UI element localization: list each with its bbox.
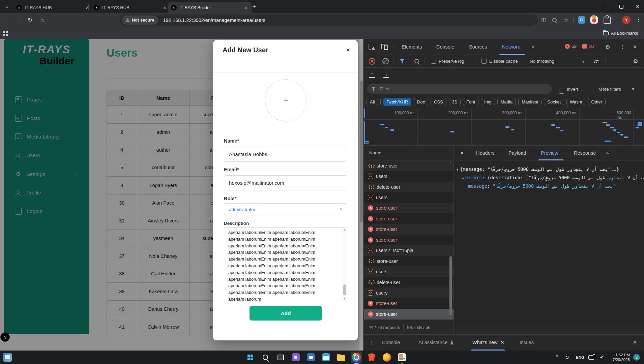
scroll-up-icon[interactable]: ▲ bbox=[343, 229, 346, 231]
modal-close-icon[interactable]: ✕ bbox=[346, 47, 350, 53]
chevron-down-icon[interactable]: ▾ bbox=[582, 55, 585, 67]
scrollbar-thumb[interactable] bbox=[343, 284, 346, 295]
email-field[interactable]: hoxosip@mailinator.com bbox=[224, 175, 347, 190]
devtools-menu-icon[interactable]: ⋮ bbox=[620, 39, 625, 55]
textarea-scrollbar[interactable]: ▲ ▼ bbox=[342, 228, 347, 301]
request-row[interactable]: {;}store-user bbox=[364, 160, 453, 171]
request-row[interactable]: {;}delete-user bbox=[364, 182, 453, 192]
request-row-failed[interactable]: ✕store-user bbox=[364, 235, 453, 245]
taskbar-corner-app-icon[interactable] bbox=[3, 353, 12, 362]
chip-manifest[interactable]: Manifest bbox=[518, 98, 541, 106]
address-bar[interactable]: ⚠ Not secure 192.168.1.22:3002/en/manage… bbox=[120, 14, 538, 26]
drawer-tab-ai-assistance[interactable]: AI assistance bbox=[418, 335, 453, 350]
tab-3-active[interactable]: ▲ IT-RAYS Builder ✕ bbox=[168, 2, 252, 13]
more-filters-dropdown[interactable]: More filters bbox=[598, 83, 621, 95]
expand-triangle-icon[interactable]: ▼ bbox=[457, 168, 458, 172]
reload-icon[interactable]: ↻ bbox=[25, 13, 35, 27]
calendar-app-icon[interactable] bbox=[321, 352, 331, 362]
chip-img[interactable]: Img bbox=[481, 98, 495, 106]
tray-chevron-icon[interactable]: ^ bbox=[556, 351, 558, 364]
request-row-failed[interactable]: ✕store-user bbox=[364, 224, 453, 235]
network-settings-icon[interactable]: ⚙ bbox=[632, 55, 639, 67]
json-errors-line[interactable]: ▶errors: {description: ["يجب أن لا يتجاو… bbox=[462, 175, 644, 180]
chip-css[interactable]: CSS bbox=[431, 98, 446, 106]
role-clear-icon[interactable]: ✕ bbox=[340, 207, 343, 212]
chip-js[interactable]: JS bbox=[449, 98, 461, 106]
not-secure-chip[interactable]: ⚠ Not secure bbox=[122, 16, 158, 25]
extension-blocker-icon[interactable] bbox=[590, 16, 598, 24]
scrollbar-thumb[interactable] bbox=[360, 81, 363, 222]
language-indicator[interactable]: ENG bbox=[576, 351, 584, 364]
request-row[interactable]: <>users bbox=[364, 171, 453, 181]
drawer-tab-close-icon[interactable]: ✕ bbox=[500, 340, 504, 345]
scroll-down-icon[interactable]: ▼ bbox=[449, 317, 452, 320]
devtools-close-icon[interactable]: ✕ bbox=[633, 39, 637, 55]
bookmark-star-icon[interactable]: ☆ bbox=[561, 13, 570, 27]
firefox-icon[interactable] bbox=[382, 352, 392, 362]
more-tabs-icon[interactable]: » bbox=[606, 146, 609, 160]
role-select[interactable]: administrator ✕ bbox=[224, 203, 347, 215]
file-explorer-icon[interactable] bbox=[336, 352, 346, 362]
tab-close-icon[interactable]: ✕ bbox=[163, 5, 167, 10]
import-har-icon[interactable]: ↑ bbox=[369, 71, 375, 78]
tab-2[interactable]: ▲ IT-RAYS HUB ✕ bbox=[90, 2, 171, 13]
zoom-icon[interactable] bbox=[550, 13, 559, 27]
drawer-tab-issues[interactable]: Issues bbox=[520, 335, 534, 350]
chip-font[interactable]: Font bbox=[463, 98, 478, 106]
disable-cache-checkbox[interactable] bbox=[481, 55, 487, 67]
clear-network-log-icon[interactable] bbox=[382, 55, 389, 67]
tab-preview-active[interactable]: Preview bbox=[541, 146, 558, 160]
collapse-triangle-icon[interactable]: ▶ bbox=[462, 177, 464, 180]
chat-app-icon[interactable] bbox=[306, 352, 316, 362]
request-row[interactable]: <>users bbox=[364, 287, 453, 298]
drawer-menu-icon[interactable]: ⋮ bbox=[369, 335, 374, 350]
request-row[interactable]: <>users bbox=[364, 192, 453, 203]
tab-search-button[interactable]: ⌄ bbox=[3, 2, 11, 11]
inspect-element-icon[interactable] bbox=[369, 44, 374, 50]
window-close-button[interactable]: ✕ bbox=[632, 0, 643, 13]
request-row-failed[interactable]: ✕store-user bbox=[364, 298, 453, 309]
filter-toggle-icon[interactable] bbox=[399, 55, 406, 67]
notification-badge[interactable]: 2 bbox=[633, 351, 640, 364]
export-har-icon[interactable]: ↓ bbox=[383, 71, 389, 78]
all-bookmarks-button[interactable]: All Bookmarks bbox=[603, 27, 638, 39]
preserve-log-checkbox[interactable] bbox=[431, 55, 436, 67]
request-row[interactable]: {;}store-user bbox=[364, 256, 453, 266]
tab-sources[interactable]: Sources bbox=[469, 39, 487, 55]
chip-fetch-xhr[interactable]: Fetch/XHR bbox=[383, 98, 411, 106]
request-row-failed[interactable]: ✕store-user bbox=[364, 213, 453, 224]
extension-fi-icon[interactable]: FI bbox=[578, 16, 585, 24]
devtools-settings-icon[interactable]: ⚙ bbox=[605, 39, 610, 55]
start-button[interactable] bbox=[245, 352, 255, 362]
window-minimize-button[interactable]: – bbox=[599, 0, 611, 13]
forward-icon[interactable]: → bbox=[13, 13, 24, 27]
password-key-icon[interactable]: ⚿ bbox=[539, 13, 548, 27]
list-scrollbar[interactable]: ▲ ▼ bbox=[449, 161, 452, 320]
chevron-down-icon[interactable]: ▼ bbox=[631, 83, 635, 95]
device-toolbar-icon[interactable] bbox=[381, 44, 387, 49]
name-field[interactable]: Anastasia Hobbs bbox=[224, 147, 347, 162]
scroll-up-icon[interactable]: ▲ bbox=[449, 161, 452, 163]
browser-menu-icon[interactable]: ⋮ bbox=[636, 17, 641, 23]
request-row[interactable]: <>users bbox=[364, 266, 453, 277]
volume-muted-icon[interactable] bbox=[599, 351, 604, 364]
snipping-tool-icon[interactable]: ✂ bbox=[397, 352, 407, 362]
request-list-header[interactable]: Name bbox=[364, 146, 454, 160]
apps-grid-icon[interactable] bbox=[3, 31, 8, 36]
filter-input[interactable] bbox=[379, 86, 535, 92]
tab-close-icon[interactable]: ✕ bbox=[85, 5, 90, 10]
tab-elements[interactable]: Elements bbox=[402, 39, 422, 55]
profile-avatar[interactable]: Y bbox=[622, 16, 631, 24]
tab-1[interactable]: ▲ IT-RAYS HUB ✕ bbox=[13, 2, 93, 13]
request-row-selected[interactable]: ✕store-user bbox=[364, 309, 453, 319]
search-icon[interactable] bbox=[413, 55, 420, 67]
drawer-tab-console[interactable]: Console bbox=[382, 335, 400, 350]
task-view-icon[interactable] bbox=[275, 352, 286, 362]
extensions-puzzle-icon[interactable] bbox=[604, 17, 611, 24]
chip-doc[interactable]: Doc bbox=[414, 98, 428, 106]
tab-console[interactable]: Console bbox=[436, 39, 454, 55]
request-row[interactable]: {;}delete-user bbox=[364, 277, 453, 287]
network-overview-timeline[interactable]: 100,000 ms 200,000 ms 300,000 ms 400,000… bbox=[364, 108, 644, 146]
new-tab-button[interactable]: + bbox=[251, 3, 258, 10]
avatar-upload-circle[interactable]: + bbox=[265, 79, 307, 122]
